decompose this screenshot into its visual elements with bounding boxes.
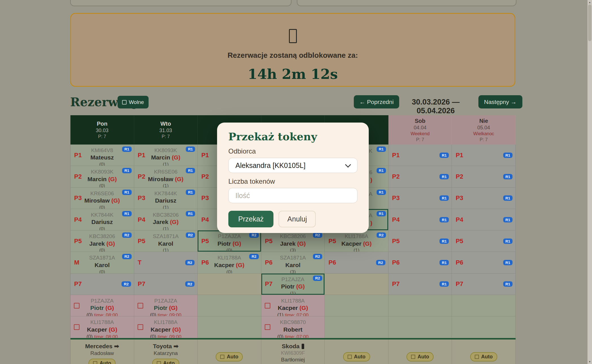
slot-cell-r2-c1[interactable]: P2R1KK8093KMarcin (G)(0) <box>70 166 134 187</box>
hidden-text-fragment: 6) <box>369 169 372 184</box>
slot-cell-r6-c3[interactable]: P6R2KLI1788AKacper (G)(0) <box>198 252 261 273</box>
time-slot-cell-r2-c4[interactable]: KBC98870Robert(0) time: 07:00 <box>261 316 325 338</box>
auto-button[interactable]: Auto <box>216 352 243 361</box>
slot-cell-r7-c1[interactable]: P7R2 <box>70 274 134 295</box>
slot-cell-r6-c6[interactable]: P6R1 <box>388 252 452 273</box>
slot-cell-r1-c7[interactable]: P1R1 <box>452 145 516 166</box>
slot-cell-r6-c7[interactable]: P6R1 <box>452 252 516 273</box>
reservation-name-line: Karol <box>70 261 134 269</box>
wolne-label: Wolne <box>129 99 144 105</box>
slot-cell-r7-c2[interactable]: P7R2 <box>134 274 198 295</box>
time-slot-cell-r1-c3[interactable] <box>198 295 261 316</box>
slot-time: time: 07:00 <box>285 334 308 338</box>
slot-cell-r5-c2[interactable]: P5R2SZA1871AKarol(1) <box>134 230 198 252</box>
slot-cell-r4-c1[interactable]: P4R1KK7844KDariusz(0) <box>70 209 134 230</box>
slot-cell-r1-c1[interactable]: P1R1KMI64V8Mateusz(0) <box>70 145 134 166</box>
car-footer-cell-c3: Auto <box>198 339 261 364</box>
slot-cell-r7-c5[interactable] <box>325 274 388 295</box>
time-slot-cell-r1-c4[interactable]: KLI1788AKacper (G)(1) time: 07:00 <box>261 295 325 316</box>
slot-cell-r6-c5[interactable]: P6R2 <box>325 252 388 273</box>
time-slot-cell-r2-c7[interactable] <box>452 316 516 338</box>
slot-cell-r7-c6[interactable]: P7R1 <box>388 274 452 295</box>
reservation-name: Jarek <box>89 240 105 247</box>
time-slot-cell-r1-c6[interactable] <box>388 295 452 316</box>
wolne-button[interactable]: Wolne <box>118 96 149 108</box>
slot-cell-r1-c2[interactable]: P1R1KK8093KMarcin (G)(1) <box>134 145 198 166</box>
slot-cell-r3-c7[interactable]: P3R1 <box>452 188 516 209</box>
time-slot-cell-r2-c2[interactable]: KLI1788AKacper (G)(0) time: 09:00 <box>134 316 198 338</box>
slot-cell-r4-c7[interactable]: P4R1 <box>452 209 516 230</box>
auto-button[interactable]: Auto <box>407 352 434 361</box>
cancel-checkbox-icon[interactable] <box>265 303 270 308</box>
slot-cell-r6-c2[interactable]: TR2 <box>134 252 198 273</box>
slot-label: P4 <box>201 216 209 223</box>
token-amount-input[interactable] <box>228 188 357 203</box>
car-name: Skoda <box>261 343 325 350</box>
auto-button[interactable]: Auto <box>343 352 370 361</box>
slot-cell-r6-c4[interactable]: P6R2SZA1871AKarol(3) <box>261 252 325 273</box>
slot-cell-r7-c4[interactable]: P7R2P1ZAJZAPiotr (G)(1) <box>261 274 325 295</box>
token-count: (0) <box>277 334 285 338</box>
token-count: (0) <box>70 161 134 166</box>
time-slot-cell-r2-c5[interactable] <box>325 316 388 338</box>
car-footer-cell-c2: Toyota ➡KatarzynaAuto <box>134 339 198 364</box>
time-slot-cell-r2-c1[interactable]: KLI1788AKacper (G)(0) time: 08:00 <box>70 316 134 338</box>
slot-cell-r3-c1[interactable]: P3R1KR6SE06Mirosław (G)(0) <box>70 188 134 209</box>
count-time-line: (0) time: 08:00 <box>70 334 134 338</box>
slot-cell-r7-c3[interactable] <box>198 274 261 295</box>
scroll-up-icon[interactable]: ▲ <box>587 0 592 5</box>
time-slot-cell-r1-c1[interactable]: P1ZAJZAPiotr (G)(0) time: 08:00 <box>70 295 134 316</box>
slot-cell-r4-c2[interactable]: P4R1KBC38206Jarek (G)(1) <box>134 209 198 230</box>
badge-r1: R1 <box>186 168 195 173</box>
auto-button[interactable]: Auto <box>89 359 116 364</box>
time-slot-cell-r1-c5[interactable] <box>325 295 388 316</box>
submit-transfer-button[interactable]: Przekaż <box>228 211 273 227</box>
slot-cell-r2-c7[interactable]: P2R1 <box>452 166 516 187</box>
badge-r2: R2 <box>249 254 259 259</box>
slot-cell-r2-c6[interactable]: P2R1 <box>388 166 452 187</box>
slot-label: P6 <box>201 259 209 266</box>
slot-cell-r5-c5[interactable]: P5R2KLI1788AKacper (G)(1) <box>325 230 388 252</box>
count-time-line: (0) time: 07:00 <box>261 334 325 338</box>
prev-week-button[interactable]: ← Poprzedni <box>354 95 399 108</box>
token-count: (0) <box>150 312 158 316</box>
scrollbar[interactable]: ▲ ▼ <box>587 0 592 364</box>
slot-cell-r3-c2[interactable]: P3R1KK7844KDariusz(1) <box>134 188 198 209</box>
slot-label: P4 <box>74 216 82 223</box>
slot-cell-r2-c2[interactable]: P2R1KR6SE06Mirosław (G)(1) <box>134 166 198 187</box>
slot-cell-r5-c3[interactable]: P5R2P1ZAJZAPiotr (G)(0) <box>198 230 261 252</box>
cancel-checkbox-icon[interactable] <box>74 303 79 308</box>
time-slot-cell-r2-c3[interactable] <box>198 316 261 338</box>
slot-cell-r3-c6[interactable]: P3R1 <box>388 188 452 209</box>
next-week-button[interactable]: Następny → <box>478 95 522 108</box>
scroll-down-icon[interactable]: ▼ <box>587 359 592 364</box>
reservation-name-line: Kacper (G) <box>70 326 134 334</box>
slot-cell-r6-c1[interactable]: MR2SZA1871AKarol(0) <box>70 252 134 273</box>
slot-cell-r5-c7[interactable]: P5R1 <box>452 230 516 252</box>
auto-button[interactable]: Auto <box>470 352 497 361</box>
slot-cell-r1-c6[interactable]: P1R1 <box>388 145 452 166</box>
car-driver: Radosław <box>70 350 134 357</box>
slot-label: P1 <box>201 152 209 159</box>
slot-cell-r5-c4[interactable]: P5R2KBC38206Jarek (G)(3) <box>261 230 325 252</box>
slot-label: P2 <box>392 173 400 180</box>
reservation-info: KLI1788AKacper (G)(0) time: 08:00 <box>70 316 134 338</box>
time-slot-cell-r1-c7[interactable] <box>452 295 516 316</box>
slot-cell-r7-c7[interactable]: P7R1 <box>452 274 516 295</box>
cancel-checkbox-icon[interactable] <box>138 324 143 330</box>
slot-cell-r5-c1[interactable]: P5R2KBC38206Jarek (G)(0) <box>70 230 134 252</box>
reservation-info: KLI1788AKacper (G)(0) time: 09:00 <box>134 316 198 338</box>
token-count: (1) <box>277 312 285 316</box>
auto-button[interactable]: Auto <box>152 359 179 364</box>
slot-label: P5 <box>74 238 82 245</box>
cancel-checkbox-icon[interactable] <box>74 324 79 330</box>
slot-cell-r4-c6[interactable]: P4R1 <box>388 209 452 230</box>
scrollbar-thumb[interactable] <box>588 5 591 41</box>
slot-cell-r5-c6[interactable]: P5R1 <box>388 230 452 252</box>
recipient-select[interactable]: Aleksandra [KK0105L] <box>228 158 357 173</box>
time-slot-cell-r2-c6[interactable] <box>388 316 452 338</box>
cancel-checkbox-icon[interactable] <box>265 324 270 330</box>
time-slot-cell-r1-c2[interactable]: P1ZAJZAPiotr (G)(0) time: 09:00 <box>134 295 198 316</box>
cancel-checkbox-icon[interactable] <box>138 303 143 308</box>
cancel-button[interactable]: Anuluj <box>279 211 316 227</box>
